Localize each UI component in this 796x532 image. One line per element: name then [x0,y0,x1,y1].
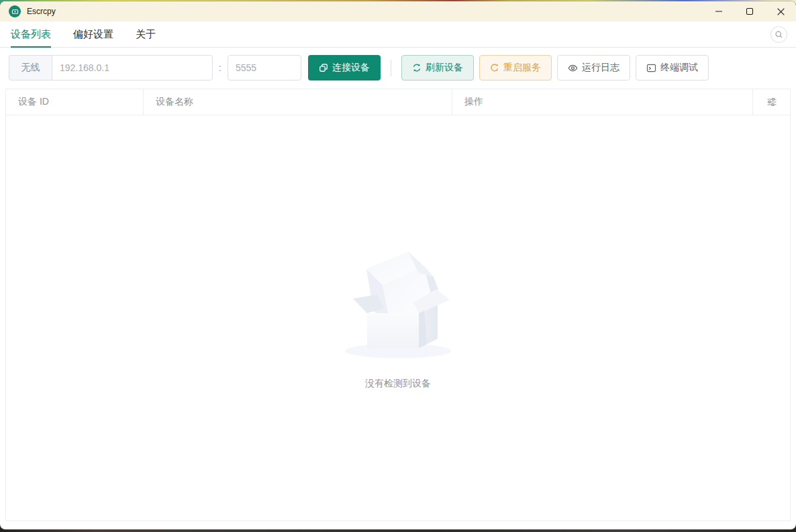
search-icon [775,30,783,39]
ip-address-input[interactable] [52,55,213,81]
connect-device-button[interactable]: 连接设备 [308,55,381,81]
column-header-actions: 操作 [452,89,753,115]
refresh-devices-label: 刷新设备 [426,62,463,74]
device-table-header: 设备 ID 设备名称 操作 [6,89,790,115]
empty-state-message: 没有检测到设备 [365,378,431,390]
column-header-device-name: 设备名称 [144,89,452,115]
minimize-button[interactable] [703,1,734,21]
maximize-icon [746,7,754,15]
tab-preferences-label: 偏好设置 [73,28,113,41]
refresh-right-icon [490,63,499,72]
tab-about[interactable]: 关于 [136,21,156,47]
connection-toolbar: 无线 : 连接设备 刷新设备 重启服务 [9,55,787,81]
refresh-icon [412,63,421,72]
device-table-body: 没有检测到设备 [6,115,790,521]
sliders-icon [766,97,777,107]
tab-device-list-label: 设备列表 [11,28,51,41]
ip-port-separator: : [219,62,221,73]
window-title: Escrcpy [27,7,56,16]
tab-device-list[interactable]: 设备列表 [11,21,51,47]
close-icon [777,7,785,16]
terminal-debug-label: 终端调试 [660,62,698,74]
run-logs-label: 运行日志 [582,62,619,74]
tab-preferences[interactable]: 偏好设置 [73,21,113,47]
eye-icon [568,63,578,73]
window-controls [703,1,796,21]
tab-about-label: 关于 [136,28,156,41]
column-settings-button[interactable] [753,89,790,115]
app-logo-icon [9,5,21,17]
main-tabs: 设备列表 偏好设置 关于 [0,21,796,48]
wireless-label: 无线 [9,55,52,81]
search-button[interactable] [770,26,787,43]
refresh-devices-button[interactable]: 刷新设备 [401,55,474,81]
maximize-button[interactable] [734,1,765,21]
port-input[interactable] [228,55,301,81]
link-icon [319,63,328,72]
toolbar-divider [391,60,391,76]
run-logs-button[interactable]: 运行日志 [557,55,630,81]
restart-service-label: 重启服务 [503,62,541,74]
connect-device-label: 连接设备 [332,62,370,74]
titlebar: Escrcpy [0,1,796,21]
device-table: 设备 ID 设备名称 操作 [5,89,791,521]
restart-service-button[interactable]: 重启服务 [479,55,552,81]
close-button[interactable] [765,1,796,21]
escrcpy-window: Escrcpy 设备列表 偏好设置 关于 [0,1,796,529]
terminal-icon [646,63,656,73]
column-header-device-id: 设备 ID [6,89,144,115]
empty-box-illustration [344,246,452,360]
minimize-icon [715,7,723,15]
terminal-debug-button[interactable]: 终端调试 [636,55,709,81]
